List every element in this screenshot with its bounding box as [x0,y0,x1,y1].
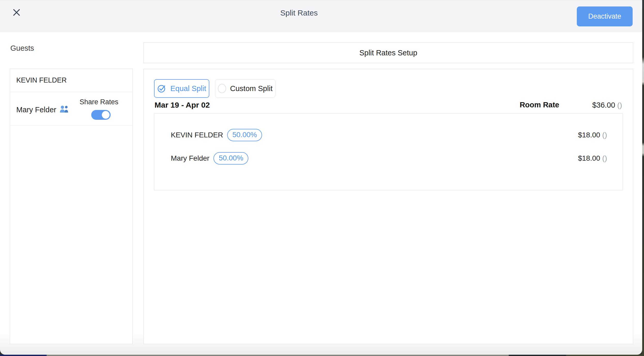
split-percent-pill[interactable]: 50.00% [227,129,262,141]
room-rate-label: Room Rate [520,101,559,109]
primary-guest-name: KEVIN FELDER [16,76,67,84]
share-rates-toggle[interactable] [91,110,111,120]
share-rates-label: Share Rates [80,98,118,106]
setup-heading-box: Split Rates Setup [143,42,633,63]
guest-split-row: KEVIN FELDER 50.00% $18.00() [171,128,607,142]
split-amount-note: () [602,131,607,139]
split-setup-panel: Equal Split Custom Split Mar 19 - Apr 02… [143,69,633,344]
shared-guest-name-wrap: Mary Felder [16,105,69,115]
guests-panel: KEVIN FELDER Mary Felder [10,69,133,344]
split-amount: $18.00() [578,131,607,139]
deactivate-button[interactable]: Deactivate [577,6,633,26]
equal-split-button[interactable]: Equal Split [154,79,209,98]
radio-circle-icon [218,84,226,93]
equal-split-label: Equal Split [170,84,206,93]
toggle-knob [102,111,110,119]
modal-title: Split Rates [280,8,318,18]
split-amount-value: $18.00 [578,131,600,139]
guests-heading: Guests [10,44,34,53]
shared-guest-name: Mary Felder [16,106,56,114]
split-amount-value: $18.00 [578,154,600,162]
room-rate-note: () [617,101,622,109]
setup-heading: Split Rates Setup [359,49,417,57]
guest-split-row: Mary Felder 50.00% $18.00() [171,151,607,165]
split-guest-name: Mary Felder [171,154,209,162]
check-circle-icon [157,84,166,93]
background-page-right-sliver [642,0,644,356]
users-icon [59,105,69,115]
split-guest-name: KEVIN FELDER [171,131,223,139]
guest-list-item-shared[interactable]: Mary Felder Share Rates [10,92,132,125]
guest-splits-box: KEVIN FELDER 50.00% $18.00() Mary Felder… [154,113,623,190]
close-button[interactable] [11,8,22,18]
room-rate-value: $36.00 [592,101,615,109]
custom-split-label: Custom Split [230,84,272,93]
close-icon [12,14,21,18]
room-rate-amount: $36.00() [592,101,622,109]
modal-topbar: Split Rates Deactivate [0,0,642,32]
date-range-label: Mar 19 - Apr 02 [155,101,210,109]
split-rates-modal: Split Rates Deactivate Guests KEVIN FELD… [0,0,642,355]
split-amount-note: () [602,154,607,162]
split-percent-pill[interactable]: 50.00% [213,152,248,165]
guest-list-item-primary[interactable]: KEVIN FELDER [10,69,132,92]
custom-split-button[interactable]: Custom Split [215,79,275,98]
split-amount: $18.00() [578,154,607,162]
